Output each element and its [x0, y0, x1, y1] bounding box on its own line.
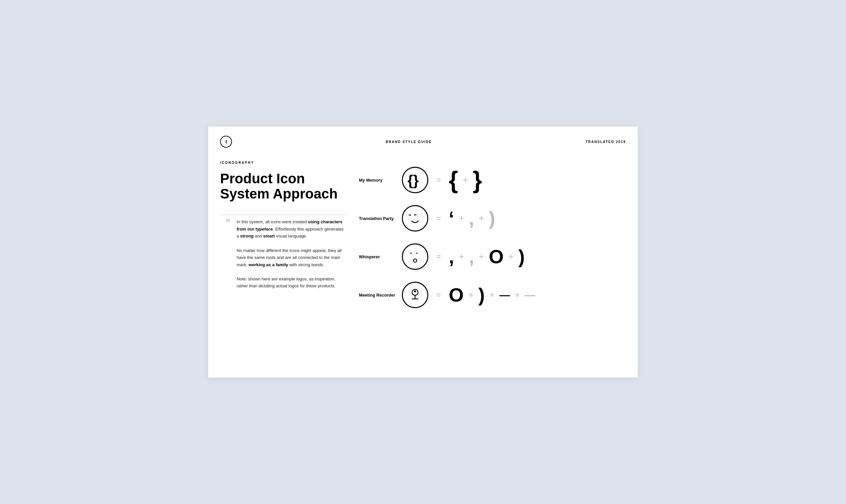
icon-row-translation-party: Translation Party “ ” = ‘ + , +	[359, 199, 626, 237]
body-paragraph-3: Note: shown here are example logos, as i…	[236, 275, 346, 290]
plus-1-my-memory: +	[463, 175, 468, 185]
svg-text:": "	[416, 252, 418, 257]
part-close-brace: }	[473, 168, 482, 192]
icon-label-my-memory: My Memory	[359, 178, 402, 183]
svg-point-5	[413, 259, 417, 262]
section-heading: Product Icon System Approach	[220, 171, 346, 201]
icon-row-whisperer: Whisperer " " = , + , + O	[359, 237, 626, 276]
icon-circle-translation-party: “ ”	[402, 205, 428, 232]
logo: t	[220, 136, 232, 148]
page-number-area: 25 In this system, all icons were create…	[220, 215, 346, 297]
plus-2-whisperer: +	[479, 251, 484, 262]
body-paragraph-2: No matter how different the icons might …	[236, 247, 346, 268]
whisperer-icon-svg: " "	[406, 248, 424, 265]
part-o-whisperer: O	[489, 247, 504, 266]
svg-text:“: “	[408, 213, 411, 220]
svg-text:”: ”	[414, 213, 417, 220]
plus-3-whisperer: +	[508, 251, 514, 262]
part-paren-tp: )	[489, 209, 495, 228]
svg-point-9	[414, 290, 416, 292]
body-text-1: In this system, all icons were created u…	[236, 219, 343, 238]
svg-text:{}: {}	[407, 172, 419, 188]
page-number: 25	[220, 218, 230, 223]
part-open-brace: {	[449, 168, 458, 192]
icon-row-my-memory: My Memory {} = { + }	[359, 161, 626, 199]
plus-1-translation-party: +	[459, 213, 464, 223]
meeting-recorder-icon-svg	[406, 286, 424, 304]
body-text-area: In this system, all icons were created u…	[236, 218, 346, 297]
part-comma-w1: ,	[449, 247, 454, 266]
plus-1-whisperer: +	[459, 251, 464, 262]
body-text-2: No matter how different the icons might …	[236, 248, 342, 267]
part-dash-mr-2: —	[525, 290, 535, 300]
part-comma-tp: ,	[469, 209, 474, 228]
parts-whisperer: , + , + O + )	[449, 247, 525, 266]
header-center-title: BRAND STYLE GUIDE	[386, 140, 432, 144]
equals-my-memory: =	[436, 175, 441, 185]
plus-2-meeting-recorder: +	[490, 290, 495, 300]
icon-label-translation-party: Translation Party	[359, 216, 402, 221]
icon-circle-my-memory: {}	[402, 167, 428, 193]
icon-circle-meeting-recorder	[402, 282, 428, 308]
part-dash-mr-1: —	[499, 290, 510, 300]
part-open-quote: ‘	[449, 209, 454, 228]
icon-row-meeting-recorder: Meeting Recorder = O + )	[359, 276, 626, 314]
parts-translation-party: ‘ + , + )	[449, 209, 495, 228]
body-paragraph-1: In this system, all icons were created u…	[236, 218, 346, 239]
heading-line1: Product Icon	[220, 171, 305, 186]
plus-1-meeting-recorder: +	[468, 290, 474, 300]
main-content: ICONOGRAPHY Product Icon System Approach…	[208, 148, 638, 327]
right-column: My Memory {} = { + } Translation Party	[359, 161, 626, 314]
heading-line2: System Approach	[220, 186, 338, 201]
icon-label-meeting-recorder: Meeting Recorder	[359, 293, 402, 298]
plus-2-translation-party: +	[479, 213, 484, 223]
equals-meeting-recorder: =	[436, 290, 441, 300]
header-right-text: TRANSLATED 2018	[586, 140, 626, 144]
my-memory-icon-svg: {}	[406, 172, 424, 188]
plus-3-meeting-recorder: +	[514, 290, 520, 300]
part-paren-mr: )	[478, 285, 485, 305]
body-text-3: Note: shown here are example logos, as i…	[236, 276, 335, 288]
page: t BRAND STYLE GUIDE TRANSLATED 2018 ICON…	[208, 126, 638, 378]
logo-text: t	[225, 139, 227, 144]
header: t BRAND STYLE GUIDE TRANSLATED 2018	[208, 126, 638, 148]
icon-label-whisperer: Whisperer	[359, 254, 402, 259]
svg-text:": "	[410, 252, 412, 257]
translation-party-icon-svg: “ ”	[406, 210, 424, 227]
equals-whisperer: =	[436, 252, 441, 261]
equals-translation-party: =	[436, 214, 441, 223]
part-paren-whisperer: )	[518, 247, 525, 266]
icon-circle-whisperer: " "	[402, 244, 428, 270]
left-column: ICONOGRAPHY Product Icon System Approach…	[220, 161, 359, 314]
part-comma-w2: ,	[469, 247, 474, 266]
part-o-mr: O	[449, 285, 464, 305]
parts-meeting-recorder: O + ) + — + —	[449, 285, 535, 305]
section-label: ICONOGRAPHY	[220, 161, 346, 164]
parts-my-memory: { + }	[449, 168, 482, 192]
